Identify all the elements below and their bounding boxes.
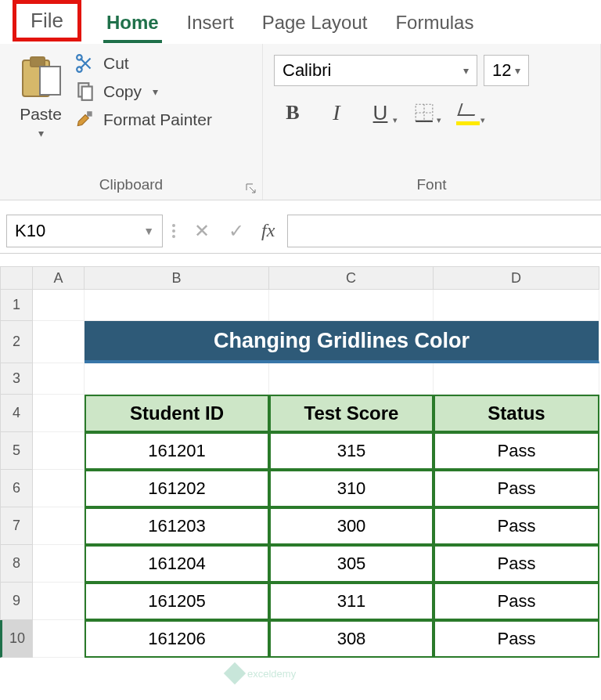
row-header-7[interactable]: 7 xyxy=(0,507,33,545)
clipboard-group-label: Clipboard xyxy=(99,176,163,193)
name-box-value: K10 xyxy=(15,221,45,241)
chevron-down-icon[interactable]: ▾ xyxy=(437,115,441,125)
row-header-8[interactable]: 8 xyxy=(0,545,33,583)
row-header-10[interactable]: 10 xyxy=(0,620,33,658)
header-status[interactable]: Status xyxy=(434,395,599,432)
svg-rect-3 xyxy=(82,87,92,100)
dialog-launcher-icon[interactable] xyxy=(245,182,257,195)
paste-icon xyxy=(20,55,61,100)
col-header-C[interactable]: C xyxy=(269,266,434,290)
cell-D7[interactable]: Pass xyxy=(434,507,599,545)
col-header-D[interactable]: D xyxy=(434,266,599,290)
title-banner[interactable]: Changing Gridlines Color xyxy=(85,321,599,363)
drag-handle-icon[interactable] xyxy=(172,224,175,238)
borders-icon xyxy=(414,103,434,123)
col-header-B[interactable]: B xyxy=(85,266,269,290)
svg-point-1 xyxy=(77,67,82,72)
svg-rect-4 xyxy=(87,111,92,117)
ribbon-tabs: File Home Insert Page Layout Formulas xyxy=(0,0,601,44)
font-group-label: Font xyxy=(416,176,446,193)
group-clipboard: Paste ▾ Cut Copy ▾ Format Painter xyxy=(0,44,263,200)
chevron-down-icon[interactable]: ▾ xyxy=(38,127,44,139)
enter-formula-button[interactable]: ✓ xyxy=(219,215,254,247)
copy-button[interactable]: Copy ▾ xyxy=(75,81,212,102)
cell-C10[interactable]: 308 xyxy=(269,620,434,658)
fill-color-button[interactable]: ▾ xyxy=(449,97,487,128)
header-student-id[interactable]: Student ID xyxy=(85,395,269,432)
format-painter-button[interactable]: Format Painter xyxy=(75,110,212,130)
tab-formulas[interactable]: Formulas xyxy=(392,4,477,43)
select-all-corner[interactable] xyxy=(0,266,33,290)
italic-button[interactable]: I xyxy=(318,97,355,128)
cell-D5[interactable]: Pass xyxy=(434,432,599,470)
copy-label: Copy xyxy=(103,82,142,101)
cell-B8[interactable]: 161204 xyxy=(85,545,269,583)
row-header-3[interactable]: 3 xyxy=(0,363,33,395)
chevron-down-icon: ▾ xyxy=(463,64,469,77)
fx-label[interactable]: fx xyxy=(261,220,275,241)
svg-point-0 xyxy=(77,55,82,60)
underline-button[interactable]: U ▾ xyxy=(362,97,399,128)
paste-label: Paste xyxy=(20,105,62,124)
cell-D9[interactable]: Pass xyxy=(434,583,599,620)
cut-button[interactable]: Cut xyxy=(75,53,212,74)
row-header-6[interactable]: 6 xyxy=(0,470,33,507)
chevron-down-icon[interactable]: ▼ xyxy=(143,225,154,237)
cell-B10[interactable]: 161206 xyxy=(85,620,269,658)
brush-icon xyxy=(75,110,95,130)
paste-button[interactable]: Paste ▾ xyxy=(11,53,70,171)
tab-insert[interactable]: Insert xyxy=(184,4,237,43)
row-header-5[interactable]: 5 xyxy=(0,432,33,470)
cell-B6[interactable]: 161202 xyxy=(85,470,269,507)
row-header-1[interactable]: 1 xyxy=(0,290,33,321)
chevron-down-icon: ▾ xyxy=(515,64,520,77)
cell-D6[interactable]: Pass xyxy=(434,470,599,507)
cell-B5[interactable]: 161201 xyxy=(85,432,269,470)
formula-bar-area: K10 ▼ ✕ ✓ fx xyxy=(0,208,601,254)
scissors-icon xyxy=(75,53,95,74)
tab-page-layout[interactable]: Page Layout xyxy=(259,4,371,43)
column-headers: A B C D xyxy=(0,266,601,290)
font-family-value: Calibri xyxy=(283,60,331,81)
cell-C5[interactable]: 315 xyxy=(269,432,434,470)
tab-file[interactable]: File xyxy=(13,0,81,41)
header-test-score[interactable]: Test Score xyxy=(269,395,434,432)
chevron-down-icon[interactable]: ▾ xyxy=(480,115,485,125)
cell-B7[interactable]: 161203 xyxy=(85,507,269,545)
row-header-2[interactable]: 2 xyxy=(0,321,33,363)
name-box[interactable]: K10 ▼ xyxy=(6,215,163,247)
cell-C7[interactable]: 300 xyxy=(269,507,434,545)
cell-C6[interactable]: 310 xyxy=(269,470,434,507)
format-painter-label: Format Painter xyxy=(103,110,212,129)
borders-button[interactable]: ▾ xyxy=(405,97,443,128)
font-size-value: 12 xyxy=(492,60,511,81)
cancel-formula-button[interactable]: ✕ xyxy=(185,215,219,247)
ribbon-body: Paste ▾ Cut Copy ▾ Format Painter xyxy=(0,44,601,200)
copy-icon xyxy=(75,81,95,102)
chevron-down-icon[interactable]: ▾ xyxy=(153,85,158,98)
row-header-4[interactable]: 4 xyxy=(0,395,33,432)
cut-label: Cut xyxy=(103,54,129,73)
cell-B9[interactable]: 161205 xyxy=(85,583,269,620)
row-header-9[interactable]: 9 xyxy=(0,583,33,620)
bucket-icon xyxy=(456,103,480,122)
col-header-A[interactable]: A xyxy=(33,266,85,290)
group-font: Calibri ▾ 12 ▾ B I U ▾ ▾ xyxy=(263,44,601,200)
font-size-select[interactable]: 12 ▾ xyxy=(484,55,529,86)
cell-D10[interactable]: Pass xyxy=(434,620,599,658)
chevron-down-icon[interactable]: ▾ xyxy=(393,115,398,125)
cell-C8[interactable]: 305 xyxy=(269,545,434,583)
font-family-select[interactable]: Calibri ▾ xyxy=(274,55,477,86)
cell-C9[interactable]: 311 xyxy=(269,583,434,620)
bold-button[interactable]: B xyxy=(274,97,311,128)
formula-input[interactable] xyxy=(287,215,601,247)
worksheet: A B C D 1 2 Changing Gridlines Color 3 4… xyxy=(0,266,601,658)
tab-home[interactable]: Home xyxy=(103,4,162,43)
cell-D8[interactable]: Pass xyxy=(434,545,599,583)
